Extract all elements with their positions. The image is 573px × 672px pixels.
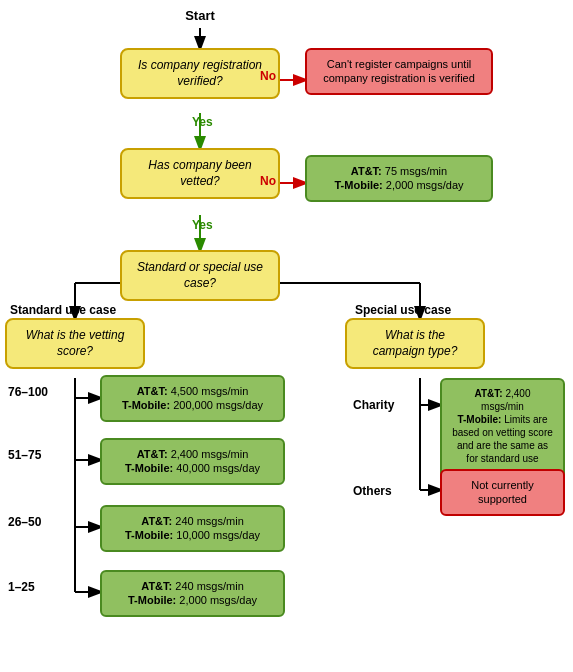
result-26-50-att: AT&T: 240 msgs/min: [141, 515, 244, 527]
result-1-25-box: AT&T: 240 msgs/min T-Mobile: 2,000 msgs/…: [100, 570, 285, 617]
result-1-25-att: AT&T: 240 msgs/min: [141, 580, 244, 592]
score-26-50-label: 26–50: [8, 515, 41, 529]
result-26-50-box: AT&T: 240 msgs/min T-Mobile: 10,000 msgs…: [100, 505, 285, 552]
q2-yes-label: Yes: [192, 218, 213, 232]
no-q2-tmobile: T-Mobile: 2,000 msgs/day: [335, 179, 464, 191]
result-76-100-att: AT&T: 4,500 msgs/min: [137, 385, 249, 397]
q1-no-label: No: [260, 69, 276, 83]
q2-no-label: No: [260, 174, 276, 188]
result-26-50-tmobile: T-Mobile: 10,000 msgs/day: [125, 529, 260, 541]
score-1-25-label: 1–25: [8, 580, 35, 594]
no-q1-box: Can't register campaigns until company r…: [305, 48, 493, 95]
no-q2-att: AT&T: 75 msgs/min: [351, 165, 447, 177]
result-76-100-tmobile: T-Mobile: 200,000 msgs/day: [122, 399, 263, 411]
q1-yes-label: Yes: [192, 115, 213, 129]
charity-label: Charity: [353, 398, 394, 412]
q4-spc-diamond: What is the campaign type?: [345, 318, 485, 369]
result-1-25-tmobile: T-Mobile: 2,000 msgs/day: [128, 594, 257, 606]
score-76-100-label: 76–100: [8, 385, 48, 399]
q4-std-diamond: What is the vetting score?: [5, 318, 145, 369]
result-51-75-tmobile: T-Mobile: 40,000 msgs/day: [125, 462, 260, 474]
result-charity-tmobile: T-Mobile: Limits are based on vetting sc…: [452, 414, 553, 477]
q1-diamond: Is company registration verified?: [120, 48, 280, 99]
flowchart-diagram: Start Is company registration verified? …: [0, 0, 573, 30]
result-51-75-box: AT&T: 2,400 msgs/min T-Mobile: 40,000 ms…: [100, 438, 285, 485]
no-q2-box: AT&T: 75 msgs/min T-Mobile: 2,000 msgs/d…: [305, 155, 493, 202]
result-51-75-att: AT&T: 2,400 msgs/min: [137, 448, 249, 460]
result-charity-att: AT&T: 2,400 msgs/min: [475, 388, 531, 412]
std-label: Standard use case: [10, 303, 116, 317]
score-51-75-label: 51–75: [8, 448, 41, 462]
start-label: Start: [167, 8, 233, 23]
result-76-100-box: AT&T: 4,500 msgs/min T-Mobile: 200,000 m…: [100, 375, 285, 422]
q3-diamond: Standard or special use case?: [120, 250, 280, 301]
result-others-box: Not currently supported: [440, 469, 565, 516]
spc-label: Special use case: [355, 303, 451, 317]
others-label: Others: [353, 484, 392, 498]
q2-diamond: Has company been vetted?: [120, 148, 280, 199]
